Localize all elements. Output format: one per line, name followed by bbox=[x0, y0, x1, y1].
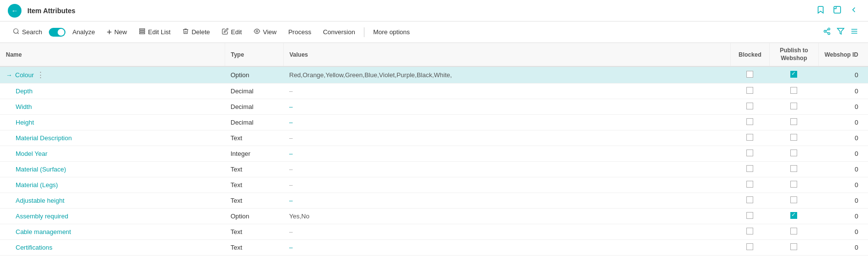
blocked-checkbox[interactable] bbox=[746, 149, 753, 156]
publish-checkbox[interactable] bbox=[790, 165, 797, 172]
publish-checkbox[interactable] bbox=[790, 181, 797, 188]
blocked-checkbox[interactable] bbox=[746, 87, 753, 94]
cell-values: – bbox=[283, 84, 730, 99]
blocked-checkbox[interactable] bbox=[746, 134, 753, 141]
back-button[interactable]: ← bbox=[8, 4, 21, 18]
table-row[interactable]: →Colour⋮OptionRed,Orange,Yellow,Green,Bl… bbox=[0, 66, 868, 84]
col-header-type: Type bbox=[225, 43, 283, 66]
table-container: Name Type Values Blocked Publish toWebsh… bbox=[0, 43, 868, 256]
publish-checkbox[interactable] bbox=[790, 196, 797, 203]
publish-checkbox[interactable] bbox=[790, 87, 797, 94]
cell-values: – bbox=[283, 162, 730, 177]
cell-values: – bbox=[283, 224, 730, 240]
bookmark-button[interactable] bbox=[814, 3, 827, 18]
values-link[interactable]: – bbox=[289, 103, 293, 110]
delete-button[interactable]: Delete bbox=[177, 25, 215, 39]
edit-list-button[interactable]: Edit List bbox=[134, 25, 175, 39]
blocked-checkbox[interactable] bbox=[746, 103, 753, 109]
cell-type: Decimal bbox=[225, 115, 283, 130]
conversion-button[interactable]: Conversion bbox=[318, 25, 360, 39]
table-row[interactable]: Material (Surface)Text–0 bbox=[0, 162, 868, 177]
values-link[interactable]: – bbox=[289, 244, 293, 251]
svg-line-10 bbox=[826, 32, 828, 33]
blocked-checkbox[interactable] bbox=[746, 212, 753, 219]
row-name-link[interactable]: Adjustable height bbox=[16, 197, 64, 204]
table-row[interactable]: Cable managementText–0 bbox=[0, 224, 868, 240]
table-row[interactable]: Assembly requiredOptionYes,No0 bbox=[0, 209, 868, 224]
cell-blocked bbox=[730, 84, 769, 99]
col-header-publish: Publish toWebshop bbox=[769, 43, 818, 66]
more-options-button[interactable]: More options bbox=[368, 25, 415, 39]
blocked-checkbox[interactable] bbox=[746, 118, 753, 125]
row-name-link[interactable]: Material (Surface) bbox=[16, 166, 66, 173]
svg-point-7 bbox=[828, 28, 830, 30]
analyze-toggle[interactable] bbox=[49, 28, 65, 37]
values-link[interactable]: – bbox=[289, 150, 293, 157]
table-row[interactable]: Material DescriptionText–0 bbox=[0, 130, 868, 146]
blocked-checkbox[interactable] bbox=[746, 165, 753, 172]
values-link[interactable]: – bbox=[289, 119, 293, 126]
analyze-button[interactable]: Analyze bbox=[67, 25, 100, 39]
collapse-button[interactable] bbox=[847, 3, 860, 18]
blocked-checkbox[interactable] bbox=[746, 228, 753, 235]
publish-checkbox[interactable] bbox=[790, 228, 797, 235]
table-row[interactable]: Material (Legs)Text–0 bbox=[0, 177, 868, 193]
values-link[interactable]: – bbox=[289, 197, 293, 204]
columns-button[interactable] bbox=[848, 25, 860, 39]
table-row[interactable]: WidthDecimal–0 bbox=[0, 99, 868, 115]
table-row[interactable]: DepthDecimal–0 bbox=[0, 84, 868, 99]
table-row[interactable]: Model YearInteger–0 bbox=[0, 146, 868, 162]
svg-rect-0 bbox=[834, 6, 841, 13]
row-name-link[interactable]: Cable management bbox=[16, 228, 71, 235]
edit-icon bbox=[222, 28, 229, 36]
cell-name: →Colour⋮ bbox=[0, 66, 225, 84]
cell-type: Text bbox=[225, 162, 283, 177]
row-name-link[interactable]: Material (Legs) bbox=[16, 181, 58, 189]
row-name-link[interactable]: Material Description bbox=[16, 134, 72, 142]
blocked-checkbox[interactable] bbox=[746, 71, 753, 78]
share-button[interactable] bbox=[821, 25, 833, 39]
row-name-link[interactable]: Model Year bbox=[16, 150, 47, 157]
row-name-link[interactable]: Assembly required bbox=[16, 213, 68, 220]
cell-values: – bbox=[283, 115, 730, 130]
cell-webshop-id: 0 bbox=[818, 130, 868, 146]
table-row[interactable]: CertificationsText–0 bbox=[0, 240, 868, 256]
cell-type: Decimal bbox=[225, 84, 283, 99]
cell-webshop-id: 0 bbox=[818, 224, 868, 240]
search-button[interactable]: Search bbox=[8, 25, 47, 39]
blocked-checkbox[interactable] bbox=[746, 243, 753, 250]
publish-checkbox[interactable] bbox=[790, 134, 797, 141]
row-name-link[interactable]: Certifications bbox=[16, 244, 52, 251]
col-header-blocked: Blocked bbox=[730, 43, 769, 66]
filter-button[interactable] bbox=[835, 25, 847, 39]
publish-checkbox[interactable] bbox=[790, 118, 797, 125]
new-button[interactable]: + New bbox=[102, 25, 132, 40]
cell-webshop-id: 0 bbox=[818, 99, 868, 115]
popout-button[interactable] bbox=[831, 3, 844, 18]
cell-blocked bbox=[730, 130, 769, 146]
publish-checkbox[interactable] bbox=[790, 212, 797, 219]
table-row[interactable]: Adjustable heightText–0 bbox=[0, 193, 868, 209]
process-button[interactable]: Process bbox=[283, 25, 316, 39]
row-name-link[interactable]: Depth bbox=[16, 87, 33, 95]
view-button[interactable]: View bbox=[249, 25, 281, 39]
publish-checkbox[interactable] bbox=[790, 103, 797, 109]
row-name-link[interactable]: Height bbox=[16, 119, 34, 126]
row-name-link[interactable]: Width bbox=[16, 103, 32, 110]
cell-type: Text bbox=[225, 224, 283, 240]
blocked-checkbox[interactable] bbox=[746, 181, 753, 188]
svg-marker-12 bbox=[837, 28, 844, 34]
cell-publish bbox=[769, 177, 818, 193]
cell-blocked bbox=[730, 115, 769, 130]
row-context-menu[interactable]: ⋮ bbox=[37, 70, 44, 80]
publish-checkbox[interactable] bbox=[790, 243, 797, 250]
cell-blocked bbox=[730, 240, 769, 256]
table-row[interactable]: HeightDecimal–0 bbox=[0, 115, 868, 130]
publish-checkbox[interactable] bbox=[790, 71, 797, 78]
row-name-link[interactable]: Colour bbox=[15, 71, 34, 79]
cell-publish bbox=[769, 66, 818, 84]
blocked-checkbox[interactable] bbox=[746, 196, 753, 203]
edit-button[interactable]: Edit bbox=[217, 25, 247, 39]
svg-point-8 bbox=[824, 30, 826, 32]
publish-checkbox[interactable] bbox=[790, 149, 797, 156]
